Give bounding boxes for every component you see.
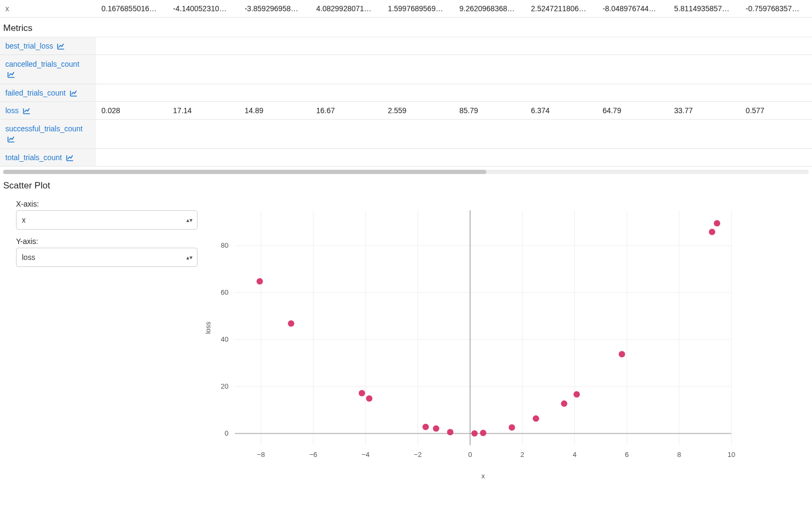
metric-link-loss[interactable]: loss	[5, 106, 30, 115]
table-row: failed_trials_count	[0, 84, 812, 101]
metric-cell: 0.028	[96, 101, 168, 119]
metric-label: total_trials_count	[5, 153, 62, 162]
data-point[interactable]	[359, 390, 365, 396]
x-axis-select[interactable]: x ▴▾	[16, 210, 198, 230]
data-point[interactable]	[422, 423, 429, 430]
table-row: successful_trials_count	[0, 119, 812, 148]
param-cell: -0.759768357…	[740, 0, 812, 18]
metric-cell	[239, 119, 311, 148]
chart-axes: −8−6−4−20246810020406080xloss	[204, 241, 735, 480]
metric-cell	[526, 119, 597, 148]
metric-cell: 33.77	[669, 101, 740, 119]
x-tick-label: 8	[677, 451, 681, 459]
metric-cell	[597, 55, 669, 84]
table-row: best_trial_loss	[0, 37, 812, 55]
chart-icon	[70, 90, 77, 97]
x-tick-label: −4	[361, 451, 369, 459]
metrics-header: Metrics	[0, 18, 812, 37]
table-row: loss 0.02817.1414.8916.672.55985.796.374…	[0, 101, 812, 119]
horizontal-scrollbar[interactable]	[3, 170, 809, 174]
x-tick-label: 10	[728, 451, 735, 459]
param-label: x	[0, 0, 96, 18]
data-point[interactable]	[447, 429, 453, 435]
data-point[interactable]	[288, 320, 294, 327]
scatter-header: Scatter Plot	[0, 175, 812, 194]
y-tick-label: 60	[221, 288, 228, 296]
metric-link-successful_trials_count[interactable]: successful_trials_count	[5, 124, 83, 143]
x-tick-label: −6	[309, 451, 317, 459]
metric-label: loss	[5, 106, 19, 115]
data-point[interactable]	[561, 400, 567, 407]
y-axis-value: loss	[22, 253, 35, 262]
data-point[interactable]	[573, 391, 580, 397]
metric-cell: 2.559	[382, 101, 454, 119]
scrollbar-thumb[interactable]	[3, 170, 486, 174]
data-point[interactable]	[480, 429, 486, 436]
data-point[interactable]	[366, 395, 373, 401]
y-tick-label: 80	[221, 241, 228, 249]
scatter-plot: −8−6−4−20246810020406080xloss	[198, 194, 812, 483]
x-tick-label: −8	[257, 451, 265, 459]
metric-cell	[168, 148, 239, 166]
x-axis-value: x	[22, 216, 26, 224]
metric-link-total_trials_count[interactable]: total_trials_count	[5, 153, 74, 162]
param-cell: -3.859296958…	[239, 0, 311, 18]
metric-cell	[96, 37, 168, 55]
metric-cell	[382, 119, 454, 148]
x-tick-label: 0	[468, 451, 472, 459]
metric-cell	[239, 84, 311, 101]
metric-cell	[454, 119, 525, 148]
metric-cell	[669, 37, 740, 55]
param-cell: 4.0829928071…	[311, 0, 382, 18]
metric-cell	[311, 55, 382, 84]
metric-cell	[382, 84, 454, 101]
chart-points	[257, 220, 721, 437]
metric-cell: 16.67	[311, 101, 382, 119]
metric-cell: 85.79	[454, 101, 525, 119]
y-axis-label: Y-axis:	[16, 237, 192, 246]
metric-link-best_trial_loss[interactable]: best_trial_loss	[5, 42, 65, 50]
chart-icon	[57, 43, 65, 50]
metric-cell	[740, 37, 812, 55]
metric-cell	[168, 84, 239, 101]
metric-link-failed_trials_count[interactable]: failed_trials_count	[5, 89, 77, 97]
metric-cell	[311, 37, 382, 55]
metric-cell	[454, 148, 525, 166]
param-cell: 0.1676855016…	[96, 0, 168, 18]
scatter-controls: X-axis: x ▴▾ Y-axis: loss ▴▾	[0, 194, 192, 267]
metric-cell	[382, 55, 454, 84]
metric-link-cancelled_trials_count[interactable]: cancelled_trials_count	[5, 60, 80, 78]
metric-cell	[382, 37, 454, 55]
metric-cell	[597, 148, 669, 166]
data-point[interactable]	[257, 278, 263, 284]
metric-label: cancelled_trials_count	[5, 60, 80, 68]
metric-cell	[168, 119, 239, 148]
chart-icon	[66, 155, 74, 161]
data-point[interactable]	[509, 424, 515, 430]
data-point[interactable]	[533, 415, 539, 422]
y-axis-select[interactable]: loss ▴▾	[16, 248, 198, 267]
table-row: cancelled_trials_count	[0, 55, 812, 84]
data-point[interactable]	[714, 220, 720, 226]
param-cell: 9.2620968368…	[454, 0, 525, 18]
metric-cell	[740, 119, 812, 148]
metric-label: successful_trials_count	[5, 124, 83, 133]
chart-icon	[7, 136, 15, 143]
param-cell: -8.048976744…	[597, 0, 669, 18]
y-axis-title: loss	[204, 321, 212, 334]
data-point[interactable]	[471, 430, 478, 436]
metric-cell	[669, 148, 740, 166]
metric-label: failed_trials_count	[5, 89, 66, 97]
metric-cell	[526, 55, 597, 84]
y-tick-label: 0	[225, 429, 228, 437]
chart-icon	[23, 108, 30, 114]
param-cell: -4.140052310…	[168, 0, 239, 18]
data-point[interactable]	[619, 351, 625, 357]
metric-cell	[311, 119, 382, 148]
data-point[interactable]	[433, 425, 439, 431]
metric-cell	[597, 37, 669, 55]
metric-cell	[526, 84, 597, 101]
data-point[interactable]	[709, 228, 715, 235]
metric-cell	[96, 55, 168, 84]
metric-cell	[740, 55, 812, 84]
